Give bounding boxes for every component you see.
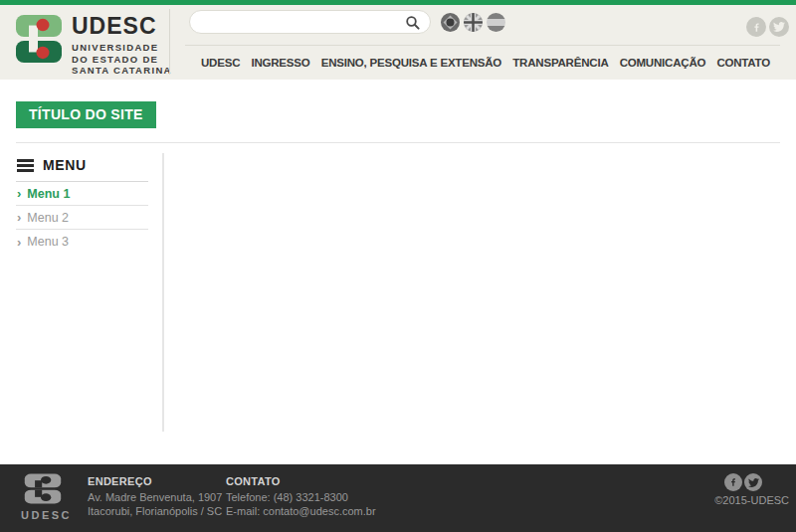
twitter-icon[interactable] <box>769 17 789 37</box>
brand-subtitle: UNIVERSIDADE DO ESTADO DE SANTA CATARINA <box>72 42 172 77</box>
facebook-icon[interactable] <box>724 473 742 491</box>
brand-subtitle-line: DO ESTADO DE <box>72 54 172 66</box>
chevron-right-icon <box>16 235 27 250</box>
footer-contact-block: CONTATO Telefone: (48) 3321-8300 E-mail:… <box>226 475 376 518</box>
sidebar-item-menu-1[interactable]: Menu 1 <box>16 182 148 206</box>
spain-flag-icon[interactable] <box>487 13 505 32</box>
page-title: TÍTULO DO SITE <box>16 101 156 128</box>
language-switcher <box>441 13 505 32</box>
brazil-flag-icon[interactable] <box>441 13 460 32</box>
udesc-logo-text: UDESC UNIVERSIDADE DO ESTADO DE SANTA CA… <box>72 14 172 77</box>
search-icon[interactable] <box>405 15 421 31</box>
copyright-text: ©2015-UDESC <box>714 494 789 506</box>
main-content-area: TÍTULO DO SITE MENU Menu 1 Menu 2 Menu 3 <box>0 80 796 464</box>
twitter-icon[interactable] <box>744 473 762 491</box>
udesc-logo-mark-gray-icon <box>24 490 62 507</box>
nav-item-ingresso[interactable]: INGRESSO <box>251 57 309 69</box>
brand-name: UDESC <box>72 15 172 38</box>
chevron-right-icon <box>16 210 27 225</box>
sidebar-menu-list: Menu 1 Menu 2 Menu 3 <box>16 182 148 254</box>
header-vertical-divider <box>169 9 170 75</box>
footer-logo-text: UDESC <box>21 509 65 521</box>
sidebar-menu-title: MENU <box>43 157 87 173</box>
search-bar <box>189 10 431 34</box>
site-footer: UDESC ENDEREÇO Av. Madre Benvenuta, 1907… <box>0 464 796 532</box>
sidebar-item-label: Menu 2 <box>27 211 69 225</box>
footer-contact-title: CONTATO <box>226 475 376 487</box>
chevron-right-icon <box>16 186 27 201</box>
hamburger-menu-icon[interactable] <box>17 159 34 172</box>
footer-address-line: Av. Madre Benvenuta, 1907 <box>88 490 222 504</box>
footer-email: E-mail: contato@udesc.com.br <box>226 504 376 518</box>
footer-social-links <box>724 473 762 491</box>
header-social-links <box>746 17 789 37</box>
footer-udesc-logo[interactable]: UDESC <box>21 473 65 521</box>
footer-address-title: ENDEREÇO <box>88 475 222 487</box>
facebook-icon[interactable] <box>746 17 766 37</box>
udesc-logo[interactable]: UDESC UNIVERSIDADE DO ESTADO DE SANTA CA… <box>15 14 172 77</box>
brand-subtitle-line: SANTA CATARINA <box>72 65 172 77</box>
site-header: UDESC UNIVERSIDADE DO ESTADO DE SANTA CA… <box>0 5 796 80</box>
nav-item-transparencia[interactable]: TRANSPARÊNCIA <box>512 57 608 69</box>
footer-phone: Telefone: (48) 3321-8300 <box>226 490 376 504</box>
search-input[interactable] <box>203 13 397 32</box>
nav-item-udesc[interactable]: UDESC <box>201 57 240 69</box>
uk-flag-icon[interactable] <box>464 13 483 32</box>
sidebar-item-label: Menu 1 <box>27 187 70 201</box>
footer-right-block: ©2015-UDESC <box>714 473 789 506</box>
nav-item-ensino-pesquisa-extensao[interactable]: ENSINO, PESQUISA E EXTENSÃO <box>321 57 501 69</box>
footer-address-block: ENDEREÇO Av. Madre Benvenuta, 1907 Itaco… <box>88 475 222 518</box>
udesc-logo-mark-icon <box>15 14 63 68</box>
sidebar-menu: MENU Menu 1 Menu 2 Menu 3 <box>16 153 148 254</box>
nav-item-comunicacao[interactable]: COMUNICAÇÃO <box>620 57 706 69</box>
brand-subtitle-line: UNIVERSIDADE <box>72 42 172 54</box>
nav-item-contato[interactable]: CONTATO <box>716 57 770 69</box>
content-vertical-divider <box>162 153 164 432</box>
title-divider <box>16 142 780 143</box>
footer-address-line: Itacorubi, Florianópolis / SC <box>88 504 222 518</box>
main-navigation: UDESC INGRESSO ENSINO, PESQUISA E EXTENS… <box>185 45 780 80</box>
sidebar-menu-header: MENU <box>16 153 148 182</box>
sidebar-item-label: Menu 3 <box>27 235 69 249</box>
sidebar-item-menu-2[interactable]: Menu 2 <box>16 206 148 230</box>
content-row: MENU Menu 1 Menu 2 Menu 3 <box>16 153 780 432</box>
sidebar-item-menu-3[interactable]: Menu 3 <box>16 230 148 254</box>
